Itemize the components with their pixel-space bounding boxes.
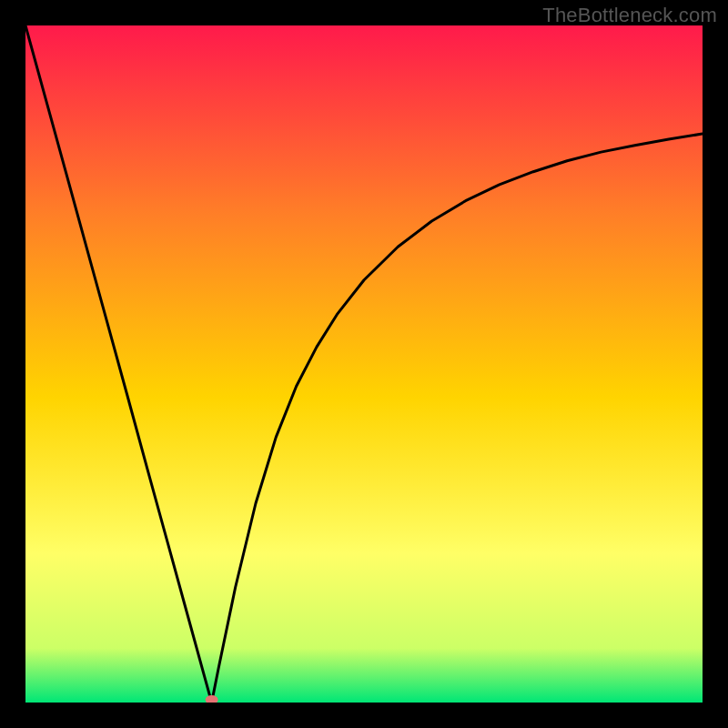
watermark-label: TheBottleneck.com [542, 4, 717, 27]
chart-svg [25, 25, 703, 703]
plot-area [25, 25, 703, 703]
chart-root: TheBottleneck.com [0, 0, 728, 728]
gradient-background [25, 25, 703, 703]
